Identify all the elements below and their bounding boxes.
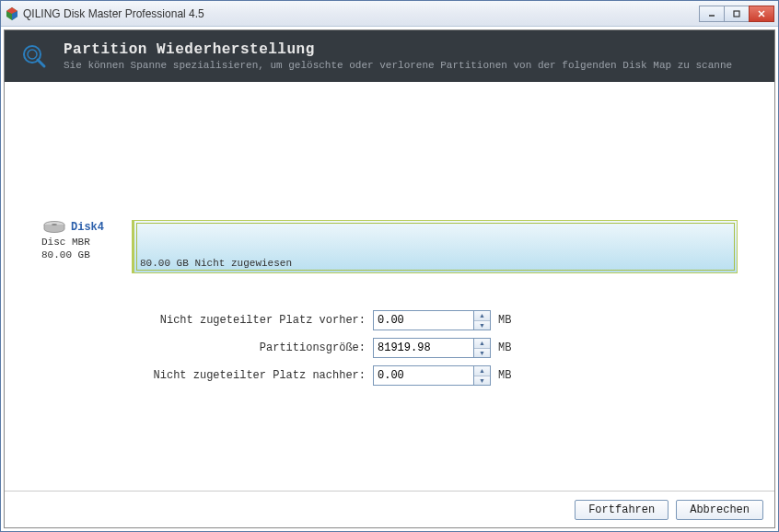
close-button[interactable] (749, 6, 774, 22)
spinner-down-icon[interactable]: ▼ (474, 376, 490, 386)
app-window: QILING Disk Master Professional 4.5 Part… (0, 0, 779, 532)
dialog-subtitle: Sie können Spanne spezialisieren, um gel… (64, 60, 732, 71)
window-controls (700, 6, 774, 22)
disk-label: Disk4 Disc MBR 80.00 GB (41, 220, 132, 273)
continue-button[interactable]: Fortfahren (575, 500, 669, 520)
content-area: Disk4 Disc MBR 80.00 GB 80.00 GB Nicht z… (5, 82, 774, 491)
unallocated-after-spinner[interactable]: ▲ ▼ (373, 365, 491, 386)
size-form: Nicht zugeteilter Platz vorher: ▲ ▼ MB P… (5, 310, 774, 386)
partition-size-input[interactable] (374, 339, 473, 357)
unallocated-after-input[interactable] (374, 366, 473, 385)
disk-size: 80.00 GB (41, 249, 132, 260)
spinner-down-icon[interactable]: ▼ (474, 349, 490, 358)
dialog-header: Partition Wiederherstellung Sie können S… (5, 30, 774, 82)
partition-recovery-icon (19, 41, 49, 71)
svg-point-8 (28, 50, 37, 59)
dialog-footer: Fortfahren Abbrechen (5, 491, 774, 527)
form-row-before: Nicht zugeteilter Platz vorher: ▲ ▼ MB (5, 310, 774, 330)
unallocated-after-label: Nicht zugeteilter Platz nachher: (5, 369, 373, 382)
spinner-up-icon[interactable]: ▲ (474, 339, 490, 349)
unit-label: MB (498, 369, 511, 382)
minimize-button[interactable] (699, 6, 725, 22)
svg-point-11 (52, 224, 57, 226)
unallocated-before-input[interactable] (374, 311, 473, 330)
spinner-up-icon[interactable]: ▲ (474, 311, 490, 321)
svg-line-9 (38, 60, 44, 66)
partition-bar[interactable]: 80.00 GB Nicht zugewiesen (132, 220, 738, 273)
window-title: QILING Disk Master Professional 4.5 (23, 7, 700, 20)
app-icon (5, 6, 19, 21)
disk-type: Disc MBR (41, 237, 132, 248)
dialog-body: Partition Wiederherstellung Sie können S… (4, 29, 775, 528)
cancel-button[interactable]: Abbrechen (676, 500, 763, 520)
dialog-title: Partition Wiederherstellung (64, 41, 732, 58)
spinner-down-icon[interactable]: ▼ (474, 321, 490, 330)
unit-label: MB (498, 341, 511, 354)
spinner-up-icon[interactable]: ▲ (474, 366, 490, 376)
unallocated-before-label: Nicht zugeteilter Platz vorher: (5, 314, 373, 327)
disk-name: Disk4 (71, 221, 104, 234)
titlebar[interactable]: QILING Disk Master Professional 4.5 (1, 1, 778, 27)
disk-map: Disk4 Disc MBR 80.00 GB 80.00 GB Nicht z… (41, 220, 738, 273)
maximize-button[interactable] (724, 6, 750, 22)
partition-bar-label: 80.00 GB Nicht zugewiesen (140, 258, 292, 269)
form-row-after: Nicht zugeteilter Platz nachher: ▲ ▼ MB (5, 365, 774, 386)
svg-rect-4 (734, 11, 739, 17)
unit-label: MB (498, 314, 511, 327)
hard-drive-icon (41, 220, 67, 235)
partition-size-label: Partitionsgröße: (5, 341, 373, 354)
form-row-size: Partitionsgröße: ▲ ▼ MB (5, 338, 774, 358)
unallocated-before-spinner[interactable]: ▲ ▼ (373, 310, 491, 330)
partition-size-spinner[interactable]: ▲ ▼ (373, 338, 491, 358)
